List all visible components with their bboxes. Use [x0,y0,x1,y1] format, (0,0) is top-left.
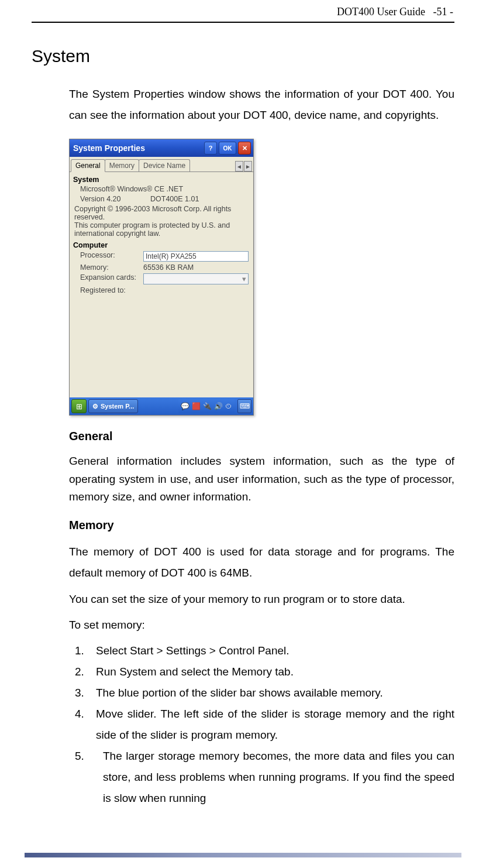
start-button[interactable]: ⊞ [71,399,87,413]
ok-button[interactable]: OK [219,142,236,155]
step-number: 1. [75,640,96,661]
step-text: Select Start > Settings > Control Panel. [96,640,454,661]
system-tray: 💬 🟥 🔌 🔊 ⏲ [178,399,235,413]
memory-label: Memory: [80,263,143,272]
tab-memory[interactable]: Memory [105,159,139,171]
footer-decoration [25,853,461,857]
expansion-label: Expansion cards: [80,273,143,284]
tray-icon: ⏲ [225,402,232,410]
window-title: System Properties [73,143,202,153]
tab-scroll-left[interactable]: ◄ [235,161,243,171]
heading-system: System [4,46,454,66]
computer-section-label: Computer [73,241,249,249]
copyright-line-1: Copyright © 1996-2003 Microsoft Corp. Al… [74,205,249,221]
taskbar-app-button[interactable]: ⚙ System P... [88,399,138,413]
intro-paragraph: The System Properties window shows the i… [69,84,454,126]
step-number: 2. [75,661,96,682]
list-item: 3. The blue portion of the slider bar sh… [75,682,454,704]
memory-paragraph-1: The memory of DOT 400 is used for data s… [69,541,454,584]
memory-steps-list: 1. Select Start > Settings > Control Pan… [75,640,454,809]
doc-title: DOT400 User Guide [337,6,425,18]
titlebar: System Properties OK [70,139,253,157]
registered-label: Registered to: [80,286,143,294]
list-item: 1. Select Start > Settings > Control Pan… [75,640,454,661]
expansion-dropdown[interactable]: ▾ [143,273,249,284]
tab-device-name[interactable]: Device Name [139,159,190,171]
memory-paragraph-2: You can set the size of your memory to r… [69,589,454,610]
page-header: DOT400 User Guide -51 - [32,6,454,22]
taskbar: ⊞ ⚙ System P... 💬 🟥 🔌 🔊 ⏲ ⌨ [70,397,253,415]
step-text: The blue portion of the slider bar shows… [96,682,454,704]
list-item: 2. Run System and select the Memory tab. [75,661,454,682]
tab-general[interactable]: General [71,159,105,172]
copyright-line-2: This computer program is protected by U.… [74,221,249,238]
os-line: Microsoft® Windows® CE .NET [80,185,249,193]
step-text: Move slider. The left side of the slider… [96,704,454,746]
taskbar-app-label: System P... [101,403,134,410]
tray-icon: 🔊 [214,402,223,410]
page-number: -51 - [433,6,454,18]
close-button[interactable] [238,142,251,155]
step-text: The larger storage memory becomes, the m… [103,746,454,809]
help-button[interactable] [204,142,217,155]
step-text: Run System and select the Memory tab. [96,661,454,682]
memory-paragraph-3: To set memory: [69,615,454,636]
processor-label: Processor: [80,251,143,262]
memory-value: 65536 KB RAM [143,263,249,272]
processor-value: Intel(R) PXA255 [143,251,249,262]
keyboard-button[interactable]: ⌨ [237,399,251,413]
header-rule [32,22,454,23]
step-number: 4. [75,704,96,746]
general-paragraph: General information includes system info… [69,452,454,506]
system-properties-screenshot: System Properties OK General Memory Devi… [69,139,254,416]
tray-icon: 💬 [181,402,189,410]
step-number: 3. [75,682,96,704]
list-item: 4. Move slider. The left side of the sli… [75,704,454,746]
tray-icon: 🟥 [192,402,201,410]
heading-memory: Memory [69,519,454,532]
general-panel: System Microsoft® Windows® CE .NET Versi… [70,172,253,301]
app-icon: ⚙ [92,403,98,410]
tray-icon: 🔌 [203,402,212,410]
system-section-label: System [73,176,249,184]
tab-scroll-right[interactable]: ► [244,161,252,171]
version-label: Version 4.20 [80,195,150,203]
list-item: 5. The larger storage memory becomes, th… [75,746,454,809]
tab-strip: General Memory Device Name ◄ ► [70,157,253,172]
version-value: DOT400E 1.01 [150,195,199,203]
heading-general: General [69,430,454,443]
step-number: 5. [75,746,96,809]
